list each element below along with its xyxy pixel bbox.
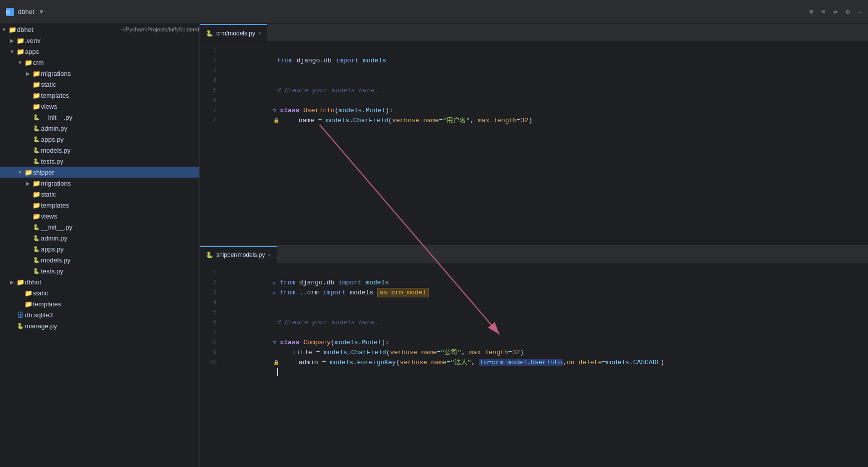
crm-static-icon: 📁: [32, 81, 41, 88]
code-content-top: 1 2 3 4 5 6 7 8 from django.db import mo…: [200, 42, 868, 245]
shipper-folder-icon: 📁: [24, 169, 33, 176]
shipper-arrow: ▼: [16, 170, 24, 175]
shipper-init-label: __init__.py: [41, 224, 199, 231]
sidebar-item-shipper-models[interactable]: ▶ 🐍 models.py: [0, 254, 199, 265]
sidebar-item-venv[interactable]: ▶ 📁 .venv: [0, 35, 199, 46]
sidebar-item-shipper-tests[interactable]: ▶ 🐍 tests.py: [0, 265, 199, 276]
sidebar-item-shipper[interactable]: ▼ 📁 shipper: [0, 167, 199, 178]
root-label: dbhot: [17, 26, 119, 33]
sidebar-item-root[interactable]: ▼ 📁 dbhot ~/PycharmProjects/luffySpider/…: [0, 24, 199, 35]
bottom-code-line-9: 🔒 admin = models.ForeignKey(verbose_name…: [230, 348, 868, 358]
dbhot-templates-label: templates: [33, 300, 199, 308]
code-line-4: # Create your models here.: [230, 76, 868, 86]
dbhot-templates-icon: 📁: [24, 300, 33, 308]
sidebar-item-shipper-views[interactable]: ▶ 📁 views: [0, 211, 199, 222]
shipper-tests-icon: 🐍: [32, 268, 41, 274]
sidebar-item-apps[interactable]: ▼ 📁 apps: [0, 46, 199, 57]
db-icon: 🗄: [16, 311, 25, 319]
sidebar-item-crm[interactable]: ▼ 📁 crm: [0, 57, 199, 68]
sidebar-item-crm-static[interactable]: ▶ 📁 static: [0, 79, 199, 90]
sidebar-item-crm-admin[interactable]: ▶ 🐍 admin.py: [0, 123, 199, 134]
project-dropdown-icon[interactable]: ▼: [38, 8, 45, 15]
sidebar-item-crm-apps[interactable]: ▶ 🐍 apps.py: [0, 134, 199, 145]
line-numbers-bottom: 1 2 3 4 5 6 7 8 9 10: [200, 264, 222, 467]
sidebar-item-shipper-static[interactable]: ▶ 📁 static: [0, 189, 199, 200]
crm-views-label: views: [41, 103, 199, 110]
crm-models-tab-close[interactable]: ×: [258, 30, 261, 36]
shipper-admin-label: admin.py: [41, 234, 199, 242]
sidebar-item-crm-models[interactable]: ▶ 🐍 models.py: [0, 145, 199, 156]
editor-pane-bottom: 🐍 shipper/models.py × 1 2 3 4 5 6 7 8 9 …: [200, 246, 868, 467]
crm-init-icon: 🐍: [32, 114, 41, 121]
sidebar-item-shipper-admin[interactable]: ▶ 🐍 admin.py: [0, 233, 199, 243]
shipper-static-label: static: [41, 191, 199, 198]
shipper-tests-label: tests.py: [41, 267, 199, 275]
shipper-views-icon: 📁: [32, 213, 41, 220]
bottom-code-line-3: [230, 288, 868, 298]
root-arrow: ▼: [0, 27, 8, 32]
editor-tab-shipper-models[interactable]: 🐍 shipper/models.py ×: [200, 246, 277, 263]
apps-folder-icon: 📁: [16, 48, 25, 55]
sidebar-item-manage[interactable]: ▶ 🐍 manage.py: [0, 320, 199, 331]
sidebar-item-dbhot-static[interactable]: ▶ 📁 static: [0, 287, 199, 298]
sidebar-item-crm-migrations[interactable]: ▶ 📁 migrations: [0, 68, 199, 79]
bottom-code-line-4: [230, 298, 868, 308]
swap-icon[interactable]: ⇄: [834, 7, 838, 16]
project-title: dbhot: [18, 8, 34, 15]
crm-arrow: ▼: [16, 60, 24, 65]
shipper-migrations-icon: 📁: [32, 180, 41, 187]
crm-migrations-icon: 📁: [32, 70, 41, 77]
editor-tab-crm-models[interactable]: 🐍 crm/models.py ×: [200, 24, 267, 41]
sidebar-item-crm-tests[interactable]: ▶ 🐍 tests.py: [0, 156, 199, 167]
crm-models-tab-icon: 🐍: [206, 30, 213, 37]
sidebar-item-db-sqlite3[interactable]: ▶ 🗄 db.sqlite3: [0, 309, 199, 320]
crm-static-label: static: [41, 81, 199, 88]
manage-label: manage.py: [25, 322, 199, 330]
shipper-views-label: views: [41, 213, 199, 220]
code-lines-top[interactable]: from django.db import models # Create yo…: [222, 42, 868, 245]
shipper-models-tab-icon: 🐍: [206, 251, 213, 258]
manage-icon: 🐍: [16, 323, 25, 329]
crm-views-icon: 📁: [32, 103, 41, 110]
shipper-apps-icon: 🐍: [32, 246, 41, 252]
code-line-2: [230, 56, 868, 66]
shipper-models-label: models.py: [41, 256, 199, 264]
shipper-models-tab-label: shipper/models.py: [216, 251, 265, 258]
crm-migrations-arrow: ▶: [24, 71, 32, 76]
minimize-icon[interactable]: –: [858, 8, 862, 16]
sidebar-item-dbhot-templates[interactable]: ▶ 📁 templates: [0, 298, 199, 309]
crm-admin-icon: 🐍: [32, 125, 41, 132]
dbhot-folder-icon: 📁: [16, 278, 25, 286]
code-line-5: [230, 86, 868, 96]
bottom-code-line-10: [230, 358, 868, 368]
venv-arrow: ▶: [8, 38, 16, 43]
shipper-admin-icon: 🐍: [32, 235, 41, 241]
sidebar-item-shipper-apps[interactable]: ▶ 🐍 apps.py: [0, 243, 199, 254]
shipper-migrations-arrow: ▶: [24, 181, 32, 186]
code-lines-bottom[interactable]: ▷from django.db import models ▷from ..cr…: [222, 264, 868, 467]
sidebar-item-shipper-init[interactable]: ▶ 🐍 __init__.py: [0, 222, 199, 233]
apps-label: apps: [25, 48, 199, 55]
shipper-label: shipper: [33, 169, 199, 176]
settings-icon[interactable]: ⚙: [846, 7, 850, 16]
sidebar-item-crm-templates[interactable]: ▶ 📁 templates: [0, 90, 199, 101]
sidebar-item-shipper-templates[interactable]: ▶ 📁 templates: [0, 200, 199, 211]
sidebar-item-crm-views[interactable]: ▶ 📁 views: [0, 101, 199, 112]
crm-tests-label: tests.py: [41, 158, 199, 165]
sidebar-item-shipper-migrations[interactable]: ▶ 📁 migrations: [0, 178, 199, 189]
list-icon[interactable]: ≡: [821, 8, 825, 16]
editor-pane-top: 🐍 crm/models.py × 1 2 3 4 5 6 7 8: [200, 24, 868, 245]
editor-tabbar-bottom: 🐍 shipper/models.py ×: [200, 246, 868, 264]
dbhot-label: dbhot: [25, 278, 199, 286]
editor-area: 🐍 crm/models.py × 1 2 3 4 5 6 7 8: [200, 24, 868, 467]
sidebar-item-crm-init[interactable]: ▶ 🐍 __init__.py: [0, 112, 199, 123]
project-icon: ▤: [6, 8, 14, 16]
crm-models-label: models.py: [41, 147, 199, 154]
code-line-7: 🔒 name = models.CharField(verbose_name="…: [230, 106, 868, 116]
navigate-icon[interactable]: ⊕: [809, 7, 813, 16]
shipper-models-tab-close[interactable]: ×: [268, 252, 271, 258]
titlebar-controls: ⊕ ≡ ⇄ ⚙ –: [809, 7, 862, 16]
bottom-code-line-7: ▽class Company(models.Model):: [230, 328, 868, 338]
shipper-migrations-label: migrations: [41, 180, 199, 187]
sidebar-item-dbhot[interactable]: ▶ 📁 dbhot: [0, 276, 199, 287]
